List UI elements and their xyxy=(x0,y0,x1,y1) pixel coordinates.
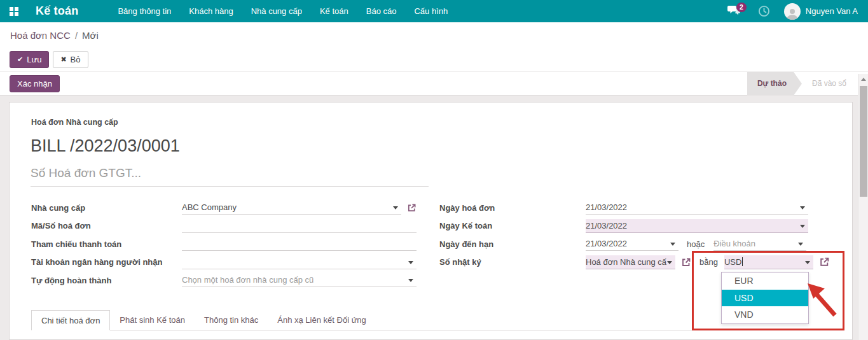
save-button[interactable]: ✔ Lưu xyxy=(10,51,49,68)
menu-item-customers[interactable]: Khách hàng xyxy=(180,0,242,22)
invoice-date-input[interactable]: 21/03/2022 xyxy=(586,201,808,215)
supplier-input[interactable]: ABC Company xyxy=(182,201,401,215)
supplier-label: Nhà cung cấp xyxy=(31,203,182,213)
accounting-app-window: Kế toán Bảng thông tin Khách hàng Nhà cu… xyxy=(0,0,868,340)
scrollbar-up-arrow[interactable] xyxy=(858,74,868,84)
field-row-payment-ref: Tham chiếu thanh toán xyxy=(31,235,417,253)
chevron-down-icon[interactable] xyxy=(408,261,413,264)
external-link-icon[interactable] xyxy=(407,203,417,213)
text-cursor xyxy=(742,257,743,266)
status-posted[interactable]: Đã vào sổ xyxy=(802,72,857,96)
auto-complete-select[interactable]: Chọn một hoá đơn nhà cung cấp cũ xyxy=(182,273,417,287)
due-date-label: Ngày đến hạn xyxy=(439,239,586,249)
status-draft[interactable]: Dự thảo xyxy=(747,72,802,96)
menu-item-vendors[interactable]: Nhà cung cấp xyxy=(242,0,311,22)
auto-complete-label: Tự động hoàn thành xyxy=(31,276,182,285)
field-row-invoice-date: Ngày hoá đơn 21/03/2022 xyxy=(439,199,830,217)
chevron-down-icon[interactable] xyxy=(800,225,805,228)
field-row-accounting-date: Ngày Kế toán 21/03/2022 xyxy=(439,217,830,236)
menu-item-dashboard[interactable]: Bảng thông tin xyxy=(109,0,180,22)
chevron-down-icon[interactable] xyxy=(805,261,810,264)
chevron-down-icon[interactable] xyxy=(667,261,672,264)
breadcrumb: Hoá đơn NCC / Mới xyxy=(0,22,868,48)
app-title[interactable]: Kế toán xyxy=(36,4,78,18)
external-link-icon[interactable] xyxy=(819,257,830,267)
currency-dropdown-menu: EUR USD VND xyxy=(721,272,809,324)
or-connector-label: hoặc xyxy=(687,239,705,249)
breadcrumb-parent-link[interactable]: Hoá đơn NCC xyxy=(10,30,71,41)
accounting-date-input[interactable]: 21/03/2022 xyxy=(586,219,808,233)
field-row-auto-complete: Tự động hoàn thành Chọn một hoá đơn nhà … xyxy=(31,271,417,290)
chevron-down-icon[interactable] xyxy=(393,206,398,209)
vat-invoice-number-input[interactable]: Số Hoá đơn GTGT... xyxy=(31,166,429,187)
payment-terms-select[interactable]: Điều khoản xyxy=(713,237,806,251)
message-count-badge: 2 xyxy=(736,3,747,12)
accounting-date-label: Ngày Kế toán xyxy=(439,221,586,230)
currency-select[interactable]: USD xyxy=(724,255,813,269)
bank-account-select[interactable] xyxy=(182,255,417,269)
payment-ref-label: Tham chiếu thanh toán xyxy=(31,239,182,249)
content-background: Hoá đơn Nhà cung cấp BILL /2022/03/0001 … xyxy=(0,96,868,340)
confirm-button[interactable]: Xác nhận xyxy=(10,75,60,92)
tab-invoice-lines[interactable]: Chi tiết hoá đơn xyxy=(31,310,110,330)
activities-button[interactable] xyxy=(758,5,770,17)
notebook-tabs: Chi tiết hoá đơn Phát sinh Kế toán Thông… xyxy=(31,310,829,330)
tab-other-info[interactable]: Thông tin khác xyxy=(195,310,268,330)
field-row-bill-ref: Mã/Số hoá đơn xyxy=(31,217,417,236)
right-field-column: Ngày hoá đơn 21/03/2022 Ngày Kế toán 21/… xyxy=(439,199,830,271)
person-icon xyxy=(786,8,799,20)
currency-connector-label: bằng xyxy=(699,257,718,267)
tab-counterpart-mapping[interactable]: Ánh xạ Liên kết Đối ứng xyxy=(268,310,376,330)
breadcrumb-current: Mới xyxy=(82,30,99,41)
external-link-icon[interactable] xyxy=(681,257,691,267)
breadcrumb-separator: / xyxy=(75,30,78,41)
currency-option-usd[interactable]: USD xyxy=(722,290,808,307)
menu-item-configuration[interactable]: Cấu hình xyxy=(405,0,457,22)
currency-option-vnd[interactable]: VND xyxy=(722,306,808,323)
top-navbar: Kế toán Bảng thông tin Khách hàng Nhà cu… xyxy=(0,0,868,22)
chevron-down-icon[interactable] xyxy=(408,279,413,282)
field-row-bank-account: Tài khoản ngân hàng người nhận xyxy=(31,253,417,272)
field-row-due-date: Ngày đến hạn 21/03/2022 hoặc Điều khoản xyxy=(439,235,830,253)
avatar[interactable] xyxy=(784,3,801,20)
field-row-journal: Sổ nhật ký Hoá đơn Nhà cung cấ bằng USD xyxy=(439,253,830,272)
currency-option-eur[interactable]: EUR xyxy=(722,273,808,290)
vertical-scrollbar[interactable] xyxy=(858,74,868,340)
apps-menu-icon[interactable] xyxy=(10,7,18,16)
due-date-input[interactable]: 21/03/2022 xyxy=(586,237,679,251)
status-pipeline: Dự thảo Đã vào sổ xyxy=(747,72,857,96)
navbar-right: 2 Nguyen Van A xyxy=(727,3,868,20)
discard-button[interactable]: ✖ Bỏ xyxy=(53,51,88,68)
record-action-bar: ✔ Lưu ✖ Bỏ xyxy=(0,48,868,71)
close-icon: ✖ xyxy=(60,55,66,64)
field-row-supplier: Nhà cung cấp ABC Company xyxy=(31,199,417,217)
tab-journal-items[interactable]: Phát sinh Kế toán xyxy=(110,310,195,330)
check-icon: ✔ xyxy=(17,55,23,64)
journal-label: Sổ nhật ký xyxy=(439,257,586,267)
document-number[interactable]: BILL /2022/03/0001 xyxy=(31,136,180,156)
menu-item-reports[interactable]: Báo cáo xyxy=(357,0,406,22)
chevron-down-icon[interactable] xyxy=(800,206,805,209)
user-menu[interactable]: Nguyen Van A xyxy=(806,6,858,16)
bank-account-label: Tài khoản ngân hàng người nhận xyxy=(31,257,182,267)
invoice-date-label: Ngày hoá đơn xyxy=(439,203,586,213)
menu-item-accounting[interactable]: Kế toán xyxy=(311,0,357,22)
payment-ref-input[interactable] xyxy=(182,237,417,251)
document-type-label: Hoá đơn Nhà cung cấp xyxy=(31,118,118,127)
messages-button[interactable]: 2 xyxy=(727,5,747,18)
chevron-down-icon[interactable] xyxy=(798,243,803,246)
form-statusbar: Xác nhận Dự thảo Đã vào sổ xyxy=(0,71,868,96)
bill-ref-label: Mã/Số hoá đơn xyxy=(31,221,182,230)
main-menu: Bảng thông tin Khách hàng Nhà cung cấp K… xyxy=(109,0,457,22)
chevron-down-icon[interactable] xyxy=(670,243,675,246)
scrollbar-thumb[interactable] xyxy=(860,86,867,197)
left-field-column: Nhà cung cấp ABC Company Mã/Số hoá đơn T… xyxy=(31,199,417,290)
clock-icon xyxy=(758,5,770,17)
bill-ref-input[interactable] xyxy=(182,219,417,233)
journal-select[interactable]: Hoá đơn Nhà cung cấ xyxy=(586,255,675,269)
invoice-form-sheet: Hoá đơn Nhà cung cấp BILL /2022/03/0001 … xyxy=(9,102,853,340)
